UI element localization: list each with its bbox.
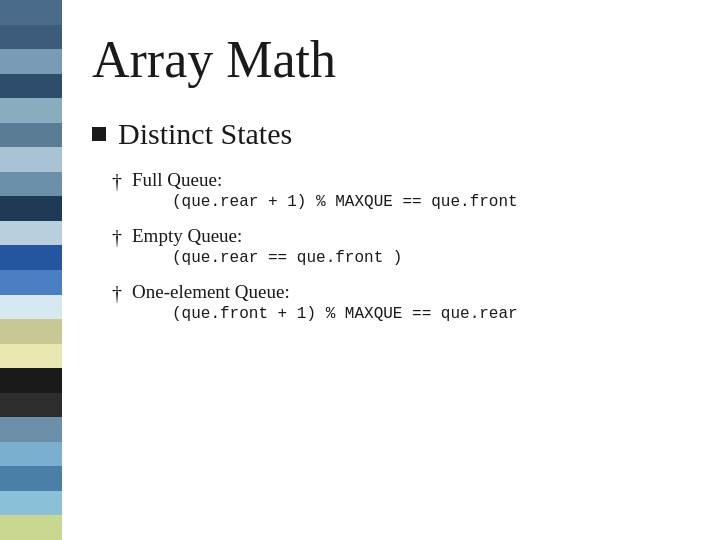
sidebar-strip xyxy=(0,0,62,25)
section-title: Distinct States xyxy=(118,117,292,151)
sidebar-strip xyxy=(0,25,62,50)
item-code: (que.rear + 1) % MAXQUE == que.front xyxy=(172,193,518,211)
sidebar-strip xyxy=(0,172,62,197)
dagger-icon: † xyxy=(112,226,122,249)
sidebar-strip xyxy=(0,442,62,467)
list-item: †Empty Queue:(que.rear == que.front ) xyxy=(112,225,690,267)
sidebar-strip xyxy=(0,466,62,491)
sidebar-strip xyxy=(0,344,62,369)
main-content: Array Math Distinct States †Full Queue:(… xyxy=(62,0,720,540)
item-content: Full Queue:(que.rear + 1) % MAXQUE == qu… xyxy=(132,169,518,211)
sidebar-strip xyxy=(0,270,62,295)
sidebar-strip xyxy=(0,319,62,344)
dagger-icon: † xyxy=(112,282,122,305)
sidebar-strip xyxy=(0,515,62,540)
sidebar-strip xyxy=(0,123,62,148)
sidebar-strip xyxy=(0,245,62,270)
sidebar xyxy=(0,0,62,540)
bullet-square-icon xyxy=(92,127,106,141)
sidebar-strip xyxy=(0,98,62,123)
sidebar-strip xyxy=(0,74,62,99)
dagger-icon: † xyxy=(112,170,122,193)
sidebar-strip xyxy=(0,147,62,172)
item-label: Full Queue: xyxy=(132,169,518,191)
list-item: †One-element Queue:(que.front + 1) % MAX… xyxy=(112,281,690,323)
page-title: Array Math xyxy=(92,30,690,89)
sidebar-strip xyxy=(0,295,62,320)
item-label: One-element Queue: xyxy=(132,281,518,303)
sidebar-strip xyxy=(0,393,62,418)
sidebar-strip xyxy=(0,221,62,246)
item-label: Empty Queue: xyxy=(132,225,402,247)
sidebar-strip xyxy=(0,368,62,393)
sidebar-strip xyxy=(0,417,62,442)
item-content: Empty Queue:(que.rear == que.front ) xyxy=(132,225,402,267)
sidebar-strip xyxy=(0,196,62,221)
section-heading: Distinct States xyxy=(92,117,690,151)
bullet-list: †Full Queue:(que.rear + 1) % MAXQUE == q… xyxy=(92,169,690,323)
sidebar-strip xyxy=(0,491,62,516)
list-item: †Full Queue:(que.rear + 1) % MAXQUE == q… xyxy=(112,169,690,211)
item-code: (que.rear == que.front ) xyxy=(172,249,402,267)
item-code: (que.front + 1) % MAXQUE == que.rear xyxy=(172,305,518,323)
item-content: One-element Queue:(que.front + 1) % MAXQ… xyxy=(132,281,518,323)
sidebar-strip xyxy=(0,49,62,74)
